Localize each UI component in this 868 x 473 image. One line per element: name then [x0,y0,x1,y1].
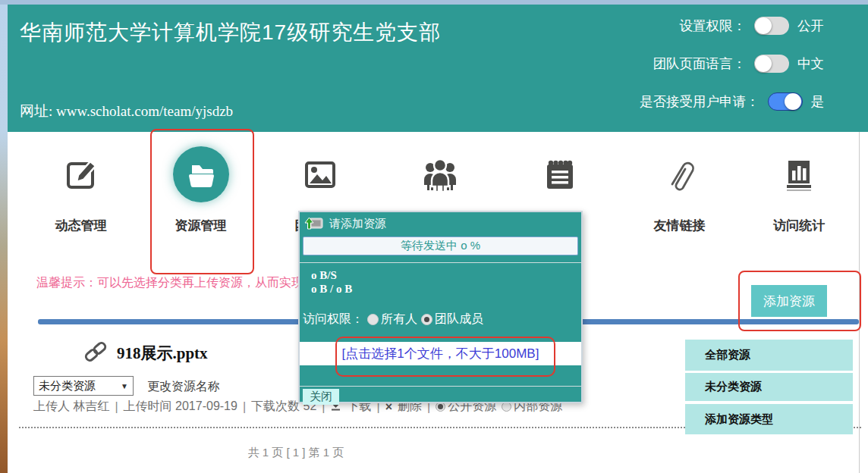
people-icon [421,132,459,217]
accept-apply-setting-row: 是否接受用户申请： 是 [640,92,824,111]
language-setting-label: 团队页面语言： [653,55,747,73]
separator: | [243,400,246,414]
nav-item-visit-stats[interactable]: 访问统计 [739,132,859,247]
toggle-knob [785,93,801,110]
add-resource-button[interactable]: 添加资源 [751,285,827,317]
category-selected-value: 未分类资源 [39,379,96,393]
folder-icon [173,132,229,217]
access-permission-label: 访问权限： [303,312,363,327]
dialog-divider [300,262,581,263]
team-page: 华南师范大学计算机学院17级研究生党支部 网址: www.scholat.com… [8,5,868,473]
accept-apply-state-text: 是 [811,92,825,111]
nav-label: 友情链接 [653,217,705,234]
edit-icon [64,132,99,217]
nav-label: 动态管理 [55,217,107,234]
upload-time-text: 上传时间 2017-09-19 [124,399,237,415]
upload-size-text: o B / o B [311,282,352,296]
nav-label: 访问统计 [773,217,825,234]
radio-checked-icon [421,314,432,325]
dialog-title: 请添加资源 [329,217,386,231]
page-title: 华南师范大学计算机学院17级研究生党支部 [20,18,441,47]
pagination: 共 1 页 [ 1 ] 第 1 页 [197,446,395,460]
tip-text: 温馨提示：可以先选择分类再上传资源，从而实现将 [36,275,316,291]
language-state-text: 中文 [797,55,824,73]
upload-stats: o B/S o B / o B [311,268,352,296]
sidebar-item-uncategorized[interactable]: 未分类资源 [685,373,853,401]
add-resource-dialog: 请添加资源 等待发送中 o % o B/S o B / o B 访问权限： 所有… [298,211,583,403]
image-icon [303,132,338,217]
perm-option-label: 团队成员 [435,312,483,327]
permission-setting-label: 设置权限： [680,17,747,35]
upload-speed-text: o B/S [311,268,352,282]
nav-label: 资源管理 [175,217,227,234]
upload-progress: 等待发送中 o % [300,235,581,255]
nav-item-dynamic-management[interactable]: 动态管理 [21,132,141,247]
language-setting-row: 团队页面语言： 中文 [640,55,824,73]
dialog-divider [300,386,581,387]
sidebar-item-all-resources[interactable]: 全部资源 [685,340,853,371]
chart-icon [782,132,816,217]
file-select-link[interactable]: [点击选择1个文件，不大于100MB] [300,342,581,365]
upload-image-icon [304,215,324,233]
permission-state-text: 公开 [797,17,824,35]
link-icon [83,341,108,365]
close-dialog-button[interactable]: 关闭 [303,389,339,405]
access-permission-row: 访问权限： 所有人 团队成员 [303,312,483,327]
accept-apply-toggle[interactable] [768,92,803,111]
page-header: 华南师范大学计算机学院17级研究生党支部 网址: www.scholat.com… [8,5,868,132]
notebook-icon [543,132,577,217]
permission-setting-row: 设置权限： 公开 [640,17,824,35]
separator: | [115,400,118,414]
radio-unchecked-icon [367,314,379,325]
perm-option-everyone[interactable]: 所有人 [367,312,417,327]
resource-row: 918展示.pptx [83,341,208,365]
sidebar-item-add-resource-type[interactable]: 添加资源类型 [685,404,853,434]
chevron-down-icon: ▼ [121,382,128,390]
uploader-text: 上传人 林吉红 [33,399,109,415]
upload-progress-text: 等待发送中 o % [303,236,578,255]
category-select[interactable]: 未分类资源 ▼ [33,376,134,396]
dialog-title-bar: 请添加资源 [300,212,581,235]
perm-option-label: 所有人 [381,312,417,327]
resource-filename[interactable]: 918展示.pptx [117,343,208,364]
perm-option-team-members[interactable]: 团队成员 [421,312,483,327]
toggle-knob [755,55,772,72]
accept-apply-label: 是否接受用户申请： [640,92,760,111]
nav-item-friend-links[interactable]: 友情链接 [620,132,740,247]
site-url: 网址: www.scholat.com/team/yjsdzb [20,102,233,121]
content-right-border [859,132,860,473]
paperclip-icon [662,132,696,217]
toggle-knob [755,17,772,34]
language-toggle[interactable] [754,55,789,73]
header-settings: 设置权限： 公开 团队页面语言： 中文 是否接受用户申请： 是 [640,17,824,111]
rename-resource-link[interactable]: 更改资源名称 [147,379,220,395]
nav-item-resource-management[interactable]: 资源管理 [141,132,261,247]
permission-toggle[interactable] [754,17,789,35]
